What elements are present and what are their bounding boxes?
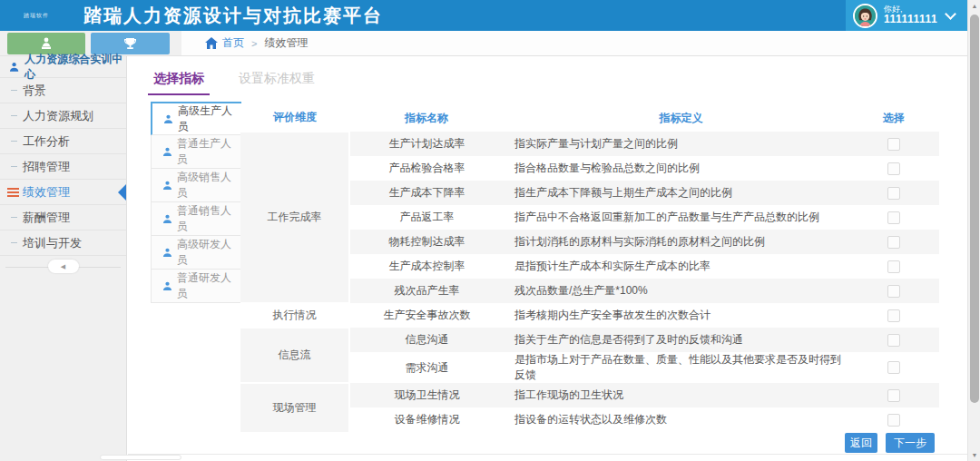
indicator-definition-cell: 指生产成本下降额与上期生产成本之间的比例 (504, 181, 848, 205)
person-icon (162, 281, 172, 291)
person-icon (162, 248, 172, 258)
table-row: 执行情况生产安全事故次数指考核期内生产安全事故发生的次数合计 (240, 303, 939, 328)
subnav-item-2[interactable]: 高级销售人员 (151, 169, 241, 202)
select-checkbox[interactable] (887, 414, 900, 427)
dimension-cell: 工作完成率 (240, 132, 349, 303)
footer-buttons: 返回 下一步 (837, 433, 935, 453)
sidebar-item-label: 招聘管理 (23, 159, 70, 175)
sidebar-item-label: 人力资源规划 (23, 108, 93, 124)
indicator-name-cell: 需求沟通 (349, 352, 504, 383)
indicator-name-cell: 设备维修情况 (349, 407, 504, 432)
breadcrumb-separator: > (251, 38, 257, 49)
table-row: 现场管理现场卫生情况指工作现场的卫生状况 (240, 383, 939, 407)
subnav-item-label: 高级生产人员 (178, 103, 241, 134)
sidebar-item-5[interactable]: 薪酬管理 (0, 205, 126, 230)
select-checkbox[interactable] (887, 334, 900, 347)
tab-select-indicators[interactable]: 选择指标 (148, 71, 210, 95)
collapse-left-arrow-icon[interactable]: ◀ (48, 260, 79, 273)
sidebar-item-label: 培训与开发 (23, 235, 82, 251)
person-icon (9, 62, 19, 73)
select-checkbox[interactable] (887, 309, 900, 322)
col-header-indicator-definition: 指标定义 (504, 104, 848, 132)
tab-set-standard-weights[interactable]: 设置标准权重 (233, 71, 320, 95)
tab-bar: 选择指标 设置标准权重 (148, 71, 344, 95)
indicator-name-cell: 产品检验合格率 (349, 156, 504, 181)
subnav-item-4[interactable]: 高级研发人员 (151, 236, 241, 270)
dimension-cell: 信息流 (240, 328, 349, 383)
breadcrumb-current: 绩效管理 (264, 35, 308, 51)
indicator-definition-cell: 是指市场上对于产品在数量、质量、性能以及其他要求是否及时得到反馈 (504, 352, 848, 383)
scroll-up-icon[interactable]: ▲ (968, 3, 980, 9)
sidebar-item-1[interactable]: 人力资源规划 (0, 103, 126, 129)
scroll-down-icon[interactable]: ▼ (968, 452, 980, 458)
dash-icon (11, 217, 17, 218)
main-content: 选择指标 设置标准权重 高级生产人员普通生产人员高级销售人员普通销售人员高级研发… (128, 56, 967, 461)
subnav-item-label: 普通销售人员 (177, 203, 240, 234)
select-checkbox[interactable] (887, 138, 900, 151)
indicator-name-cell: 物耗控制达成率 (349, 230, 504, 254)
breadcrumb-home[interactable]: 首页 (222, 35, 244, 51)
sidebar-item-4[interactable]: 绩效管理 (0, 180, 126, 205)
indicator-name-cell: 产品返工率 (349, 205, 504, 230)
col-header-select: 选择 (848, 104, 939, 132)
vertical-scrollbar-thumb[interactable] (970, 15, 979, 403)
app-logo[interactable]: 踏瑞软件 TOPWAY (0, 13, 80, 18)
sidebar-item-6[interactable]: 培训与开发 (0, 230, 126, 256)
dash-icon (11, 115, 17, 116)
next-button[interactable]: 下一步 (886, 433, 935, 453)
chevron-down-icon[interactable] (945, 8, 956, 20)
sidebar-item-0[interactable]: 背景 (0, 78, 126, 103)
dimension-cell: 执行情况 (240, 303, 349, 328)
person-icon (163, 114, 173, 124)
table-row: 信息流信息沟通指关于生产的信息是否得到了及时的反馈和沟通 (240, 328, 939, 352)
subnav-item-1[interactable]: 普通生产人员 (151, 135, 241, 169)
sidebar-item-label: 工作分析 (23, 133, 70, 150)
back-button[interactable]: 返回 (845, 433, 877, 453)
subnav-item-3[interactable]: 普通销售人员 (151, 202, 241, 236)
col-header-dimension: 评价维度 (240, 104, 349, 132)
logo-subtext: 踏瑞软件 (24, 13, 80, 18)
dash-icon (11, 166, 17, 167)
sidebar-item-label: 背景 (23, 83, 46, 99)
select-checkbox[interactable] (887, 389, 900, 402)
home-icon[interactable] (205, 37, 218, 49)
vertical-scrollbar[interactable]: ▲ ▼ (967, 0, 980, 461)
sidebar-collapse-row: ◀ (0, 256, 126, 278)
subnav-item-0[interactable]: 高级生产人员 (151, 102, 241, 135)
select-checkbox[interactable] (887, 211, 900, 224)
dimension-cell: 现场管理 (240, 383, 349, 432)
dash-icon (11, 141, 17, 142)
col-header-indicator-name: 指标名称 (349, 104, 504, 132)
select-checkbox[interactable] (887, 260, 900, 273)
avatar[interactable] (853, 4, 877, 28)
footer-divider (128, 454, 967, 455)
user-menu[interactable]: 你好, 111111111 (846, 0, 967, 31)
dash-icon (11, 90, 17, 91)
sidebar-center-title[interactable]: 人力资源综合实训中心 (0, 56, 126, 78)
sidebar-item-3[interactable]: 招聘管理 (0, 154, 126, 180)
indicator-name-cell: 生产成本下降率 (349, 181, 504, 205)
girl-avatar-icon (855, 5, 876, 26)
select-checkbox[interactable] (887, 162, 900, 175)
toolbar-strip: 首页 > 绩效管理 (0, 31, 967, 56)
subnav-item-5[interactable]: 普通研发人员 (151, 270, 241, 303)
select-checkbox[interactable] (887, 236, 900, 249)
indicator-definition-cell: 指合格品数量与检验品总数之间的比例 (504, 156, 848, 181)
select-checkbox[interactable] (887, 361, 900, 374)
person-icon (162, 181, 172, 191)
indicator-definition-cell: 指计划消耗的原材料与实际消耗的原材料之间的比例 (504, 230, 848, 254)
indicator-definition-cell: 指产品中不合格返回重新加工的产品数量与生产产品总数的比例 (504, 205, 848, 230)
indicator-name-cell: 生产成本控制率 (349, 254, 504, 279)
horizontal-scrollbar-thumb[interactable] (100, 455, 181, 460)
dash-icon (11, 242, 17, 243)
subnav-item-label: 高级销售人员 (177, 170, 240, 201)
sidebar: 人力资源综合实训中心 背景人力资源规划工作分析招聘管理绩效管理薪酬管理培训与开发… (0, 56, 127, 461)
select-checkbox[interactable] (887, 285, 900, 298)
breadcrumb: 首页 > 绩效管理 (205, 35, 308, 51)
indicator-name-cell: 生产安全事故次数 (349, 303, 504, 328)
select-checkbox[interactable] (887, 187, 900, 200)
sidebar-item-2[interactable]: 工作分析 (0, 129, 126, 154)
table-row: 工作完成率生产计划达成率指实际产量与计划产量之间的比例 (240, 132, 939, 156)
sidebar-item-label: 薪酬管理 (23, 210, 70, 226)
indicator-definition-cell: 指考核期内生产安全事故发生的次数合计 (504, 303, 848, 328)
